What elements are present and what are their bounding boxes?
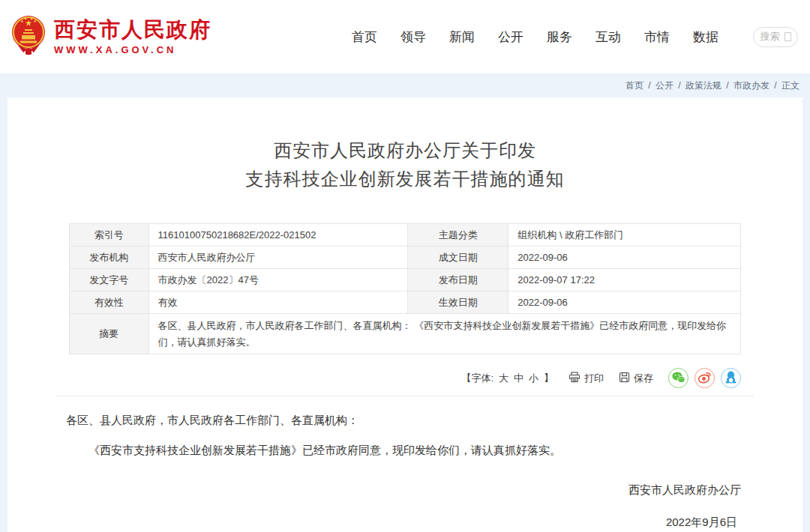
- nav-item-news[interactable]: 新闻: [449, 28, 475, 46]
- main-nav: 首页 领导 新闻 公开 服务 互动 市情 数据: [352, 28, 718, 46]
- page-title-line-1: 西安市人民政府办公厅关于印发: [8, 136, 802, 165]
- page-title: 西安市人民政府办公厅关于印发 支持科技企业创新发展若干措施的通知: [8, 136, 802, 193]
- breadcrumb-item-policies[interactable]: 政策法规: [686, 80, 722, 91]
- meta-label-written-date: 成文日期: [408, 247, 508, 269]
- meta-value-issuing-agency: 西安市人民政府办公厅: [148, 247, 407, 269]
- save-icon: [619, 372, 630, 385]
- nav-item-interaction[interactable]: 互动: [596, 28, 621, 46]
- meta-label-issuing-agency: 发布机构: [70, 247, 149, 269]
- table-row: 索引号 11610100750218682E/2022-021502 主题分类 …: [70, 224, 741, 247]
- breadcrumb-item-current: 正文: [782, 80, 800, 91]
- breadcrumb-separator: /: [678, 80, 680, 91]
- nav-item-data[interactable]: 数据: [693, 28, 718, 46]
- font-widget-prefix: 【字体:: [461, 372, 494, 385]
- share-buttons: [668, 368, 741, 388]
- nav-item-city-info[interactable]: 市情: [644, 28, 670, 46]
- content-card: 西安市人民政府办公厅关于印发 支持科技企业创新发展若干措施的通知 索引号 116…: [8, 97, 802, 532]
- search-label: 搜索: [760, 30, 780, 43]
- search-button[interactable]: 搜索: [753, 27, 798, 47]
- nav-item-services[interactable]: 服务: [547, 28, 572, 46]
- meta-label-summary: 摘要: [70, 314, 149, 354]
- wechat-icon: [671, 371, 686, 386]
- nav-item-leaders[interactable]: 领导: [400, 28, 426, 46]
- meta-value-doc-number: 市政办发〔2022〕47号: [148, 269, 407, 291]
- table-row: 发文字号 市政办发〔2022〕47号 发布日期 2022-09-07 17:22: [70, 269, 741, 291]
- meta-label-doc-number: 发文字号: [70, 269, 149, 291]
- article-toolbar: 【字体: 大 中 小 】 打印: [69, 368, 741, 388]
- breadcrumb-separator: /: [774, 80, 776, 91]
- national-emblem-icon: [10, 14, 46, 59]
- site-header: 西安市人民政府 WWW.XA.GOV.CN 首页 领导 新闻 公开 服务 互动 …: [0, 0, 810, 73]
- doc-body: 各区、县人民政府，市人民政府各工作部门、各直属机构： 《西安市支持科技企业创新发…: [8, 411, 802, 530]
- font-size-small[interactable]: 小: [529, 372, 538, 385]
- site-url: WWW.XA.GOV.CN: [54, 44, 212, 55]
- font-widget-suffix: 】: [544, 372, 554, 385]
- salutation: 各区、县人民政府，市人民政府各工作部门、各直属机构：: [66, 411, 742, 429]
- meta-value-effective-date: 2022-09-06: [508, 291, 741, 314]
- qq-icon: [725, 371, 736, 386]
- nav-item-home[interactable]: 首页: [352, 28, 377, 46]
- print-label: 打印: [584, 372, 604, 385]
- share-weibo-button[interactable]: [694, 368, 715, 388]
- weibo-icon: [698, 371, 712, 386]
- table-row: 摘要 各区、县人民政府，市人民政府各工作部门、各直属机构： 《西安市支持科技企业…: [70, 314, 741, 354]
- print-button[interactable]: 打印: [568, 372, 604, 385]
- meta-label-validity: 有效性: [70, 291, 149, 314]
- dotted-divider: [56, 396, 754, 396]
- meta-label-effective-date: 生效日期: [408, 291, 508, 314]
- meta-value-validity: 有效: [148, 291, 407, 314]
- font-size-medium[interactable]: 中: [514, 372, 524, 385]
- meta-value-topic-category: 组织机构 \ 政府工作部门: [508, 224, 741, 247]
- meta-label-topic-category: 主题分类: [408, 224, 508, 247]
- breadcrumb-item-disclosure[interactable]: 公开: [656, 80, 674, 91]
- nav-item-disclosure[interactable]: 公开: [498, 28, 524, 46]
- font-size-widget: 【字体: 大 中 小 】: [461, 372, 554, 385]
- printer-icon: [568, 372, 580, 385]
- breadcrumb-separator: /: [648, 80, 650, 91]
- page-title-line-2: 支持科技企业创新发展若干措施的通知: [8, 165, 802, 193]
- meta-value-written-date: 2022-09-06: [508, 247, 741, 269]
- page-background-band: 首页 / 公开 / 政策法规 / 市政办发 / 正文 西安市人民政府办公厅关于印…: [0, 73, 810, 532]
- save-label: 保存: [634, 372, 653, 385]
- site-name: 西安市人民政府: [54, 18, 212, 42]
- breadcrumb-item-muni-docs[interactable]: 市政办发: [734, 80, 770, 91]
- body-paragraph: 《西安市支持科技企业创新发展若干措施》已经市政府同意，现印发给你们，请认真抓好落…: [66, 441, 742, 459]
- share-wechat-button[interactable]: [668, 368, 688, 388]
- font-size-large[interactable]: 大: [499, 372, 508, 385]
- save-button[interactable]: 保存: [619, 372, 653, 385]
- share-qq-button[interactable]: [721, 368, 741, 388]
- meta-label-index-no: 索引号: [70, 224, 149, 247]
- meta-value-index-no: 11610100750218682E/2022-021502: [148, 224, 407, 247]
- breadcrumb: 首页 / 公开 / 政策法规 / 市政办发 / 正文: [8, 73, 802, 97]
- search-icon: [784, 32, 791, 41]
- doc-meta-table: 索引号 11610100750218682E/2022-021502 主题分类 …: [69, 223, 741, 354]
- breadcrumb-item-home[interactable]: 首页: [626, 80, 644, 91]
- meta-value-summary: 各区、县人民政府，市人民政府各工作部门、各直属机构： 《西安市支持科技企业创新发…: [148, 314, 740, 354]
- meta-label-publish-date: 发布日期: [408, 269, 508, 291]
- meta-value-publish-date: 2022-09-07 17:22: [508, 269, 741, 291]
- site-logo[interactable]: 西安市人民政府 WWW.XA.GOV.CN: [10, 14, 212, 59]
- table-row: 发布机构 西安市人民政府办公厅 成文日期 2022-09-06: [70, 247, 741, 269]
- doc-date: 2022年9月6日: [66, 516, 742, 530]
- table-row: 有效性 有效 生效日期 2022-09-06: [70, 291, 741, 314]
- breadcrumb-separator: /: [726, 80, 728, 91]
- signature: 西安市人民政府办公厅: [66, 483, 742, 498]
